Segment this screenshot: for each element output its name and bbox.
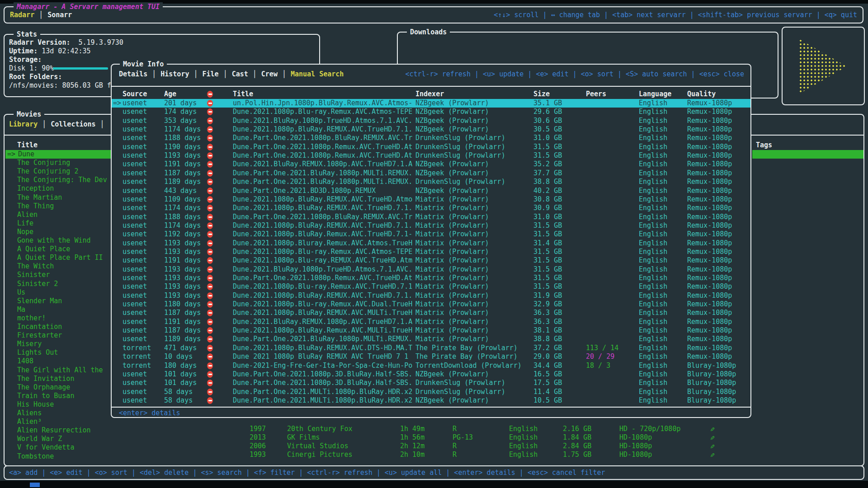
tab-file[interactable]: File (189, 70, 218, 78)
search-result-row[interactable]: usenet1189 daysDune.Part.One.2021.BluRay… (112, 335, 750, 343)
movie-list-item[interactable]: Misery (17, 340, 112, 348)
movie-list-item[interactable]: Incantation (17, 323, 112, 331)
search-result-row[interactable]: usenet1193 daysDune.Part.One.2021.1080p.… (112, 274, 750, 282)
search-result-row[interactable]: usenet1193 daysDune.2021.1080p.Blu-ray.R… (112, 248, 750, 256)
search-result-row[interactable]: usenet1193 daysDune.2021.1080p.Blu-ray.R… (112, 282, 750, 291)
movie-list-item[interactable]: Sinister (17, 271, 112, 279)
movie-list-item[interactable]: Us (17, 288, 112, 297)
movie-list-item[interactable]: The Martian (17, 193, 112, 202)
uptime-value: 13d 02:42:35 (42, 47, 90, 55)
search-result-row[interactable]: torrent10 daysDune 2021 1080p BluRay REM… (112, 352, 750, 361)
search-result-row[interactable]: usenet1174 daysDune.2021.1080p.BluRay.RE… (112, 125, 750, 134)
movie-list-item[interactable]: The Conjuring 2 (17, 167, 112, 176)
movie-list-item[interactable]: The Invitation (17, 375, 112, 383)
search-result-row[interactable]: torrent180 daysDune-2021-Eng-Fre-Ger-Ita… (112, 361, 750, 370)
search-result-row[interactable]: usenet1187 daysDune.2021.1080p.BluRay.Re… (112, 326, 750, 335)
library-row[interactable]: 2006Virtual Studios2h 12mREnglish2.84 GB… (5, 442, 863, 450)
movie-list-item[interactable]: His House (17, 400, 112, 409)
search-result-row[interactable]: usenet1180 daysDune.2021.1080p.Blu-ray.R… (112, 300, 750, 309)
selected-movie-row[interactable]: => Dune (5, 150, 111, 159)
cell-language: English (639, 282, 667, 291)
movie-list-item[interactable]: The Conjuring: The Dev (17, 176, 112, 184)
search-result-row[interactable]: usenet443 daysDune.Part.One.2021.BD3D.10… (112, 187, 750, 195)
movie-list-item[interactable]: Ma (17, 305, 112, 314)
cell-title: Dune.Part.One.2021.1080p.Remux.AVC.TrueH… (233, 274, 412, 282)
movie-list-item[interactable]: A Quiet Place Part II (17, 253, 112, 262)
movie-list-item[interactable]: 1408 (17, 357, 112, 366)
tab-manual-search[interactable]: Manual Search (278, 70, 344, 78)
search-result-row[interactable]: usenet1193 daysDune.2021.1080p.Bluray.Re… (112, 239, 750, 248)
tab-details[interactable]: Details (119, 70, 147, 78)
tab-history[interactable]: History (147, 70, 189, 78)
selected-movie-title: Dune (18, 150, 34, 159)
movie-list-item[interactable]: Alien (17, 211, 112, 219)
search-result-row[interactable]: usenet1192 daysDune.2021.1080p.BluRay.Re… (112, 230, 750, 239)
movie-list-item[interactable]: Slender Man (17, 297, 112, 305)
tab-crew[interactable]: Crew (248, 70, 278, 78)
movie-list-item[interactable]: Inception (17, 184, 112, 193)
movie-list-item[interactable]: The Thing (17, 202, 112, 211)
cell-source: usenet (123, 370, 147, 379)
tab-library[interactable]: Library (9, 120, 38, 128)
library-row[interactable]: 199720th Century Fox1h 49mREnglish2.16 G… (5, 425, 863, 433)
search-result-row[interactable]: usenet101 daysDune.Part.One.2021.1080p.3… (112, 379, 750, 387)
search-result-row[interactable]: usenet1191 daysDune.2021.1080p.Blu-ray.R… (112, 256, 750, 265)
movie-list-item[interactable]: Aliens (17, 409, 112, 418)
search-result-row[interactable]: usenet1193 daysDune.2021.BluRay.1080p.Tr… (112, 265, 750, 274)
search-result-row[interactable]: usenet1193 daysDune.Part.One.2021.1080p.… (112, 151, 750, 160)
movie-list-item[interactable]: The Witch (17, 262, 112, 271)
search-result-row[interactable]: torrent471 daysDune.2021.1080p.BluRay.RE… (112, 344, 750, 352)
tab-sonarr[interactable]: Sonarr (34, 11, 72, 19)
header-size: Size (533, 90, 550, 99)
rejected-icon (207, 108, 213, 115)
search-result-row[interactable]: usenet174 daysDune.2021.1080p.Blu-ray.Re… (112, 108, 750, 116)
movie-list-item[interactable]: Life (17, 219, 112, 228)
cell-studio: Virtual Studios (287, 442, 348, 450)
movie-list-item[interactable]: Lights Out (17, 348, 112, 357)
search-result-row[interactable]: =>usenet201 daysun.Pol.Hin.Jpn.1080p.Blu… (112, 99, 750, 108)
cell-size: 35.2 GB (533, 160, 562, 169)
search-result-row[interactable]: usenet1188 daysDune.Part.One.2021.1080p.… (112, 213, 750, 221)
rejected-icon (207, 389, 213, 395)
search-result-row[interactable]: usenet1190 daysDune.Part.One.2021.1080p.… (112, 143, 750, 151)
cell-indexer: NZBgeek (Prowlarr) (415, 370, 489, 379)
search-result-row[interactable]: usenet101 daysDune.Part.One.2021.1080p.3… (112, 370, 750, 379)
search-result-row[interactable]: usenet1188 daysDune.Part.One.2021.1080p.… (112, 134, 750, 142)
tab-radarr[interactable]: Radarr (10, 11, 34, 19)
search-result-row[interactable]: usenet1193 daysDune.2021.1080p.BluRay.RE… (112, 291, 750, 300)
movie-list-item[interactable]: Nope (17, 228, 112, 236)
cell-size: 31.5 GB (533, 151, 562, 160)
movie-list-item[interactable]: Sinister 2 (17, 280, 112, 288)
tab-collections[interactable]: Collections (38, 120, 95, 128)
movie-list-item[interactable]: A Quiet Place (17, 245, 112, 253)
library-row[interactable]: 2013GK Films1h 56mPG-13English1.84 GBHD-… (5, 433, 863, 442)
search-result-row[interactable]: usenet58 daysDune.Part.One.2021.MULTi.10… (112, 388, 750, 396)
search-result-row[interactable]: usenet1174 daysDune.2021.1080p.BluRay.RE… (112, 204, 750, 212)
cell-size: 31.5 GB (533, 143, 562, 151)
movie-list-item[interactable]: The Girl with All the (17, 366, 112, 375)
cell-quality: Remux-1080p (687, 291, 732, 300)
tab-cast[interactable]: Cast (219, 70, 248, 78)
library-row[interactable]: 1993Cinergi Pictures2h 10mREnglish1.75 G… (5, 450, 863, 459)
search-result-row[interactable]: usenet1174 daysDune.2021.1080p.BluRay.RE… (112, 221, 750, 230)
search-result-row[interactable]: usenet1191 daysDune.2021.BluRay.REMUX.10… (112, 318, 750, 326)
movie-list-item[interactable]: The Conjuring (17, 159, 112, 167)
search-result-row[interactable]: usenet353 daysDune.2021.BluRay.1080p.Tru… (112, 117, 750, 125)
movie-list-item[interactable]: mother! (17, 314, 112, 323)
movie-list-item[interactable]: Firestarter (17, 331, 112, 340)
movie-list-item[interactable]: Gone with the Wind (17, 236, 112, 245)
cell-quality: Remux-1080p (687, 108, 732, 116)
movie-list-item[interactable]: The Orphanage (17, 383, 112, 392)
search-result-row[interactable]: usenet1187 daysDune.Part.One.2021.BluRay… (112, 169, 750, 178)
search-result-row[interactable]: usenet1187 daysDune.2021.1080p.BluRay.RE… (112, 309, 750, 317)
rejected-icon (207, 100, 213, 107)
cell-source: usenet (123, 265, 147, 274)
search-result-row[interactable]: usenet1189 daysDune.Part.One.2021.BluRay… (112, 178, 750, 186)
search-result-row[interactable]: usenet1109 daysDune.2021.1080p.BluRay.RE… (112, 195, 750, 204)
movie-list-item[interactable]: Train to Busan (17, 392, 112, 400)
pencil-icon: ✎ (710, 425, 715, 433)
cell-runtime: 1h 56m (400, 433, 425, 442)
cell-title: Dune.2021.1080p.BluRay.REMUX.AVC.DTS-HD.… (233, 344, 412, 352)
search-result-row[interactable]: usenet58 daysDune.Part.One.2021.MULTi.10… (112, 396, 750, 405)
search-result-row[interactable]: usenet1191 daysDune.2021.BluRay.REMUX.10… (112, 160, 750, 169)
